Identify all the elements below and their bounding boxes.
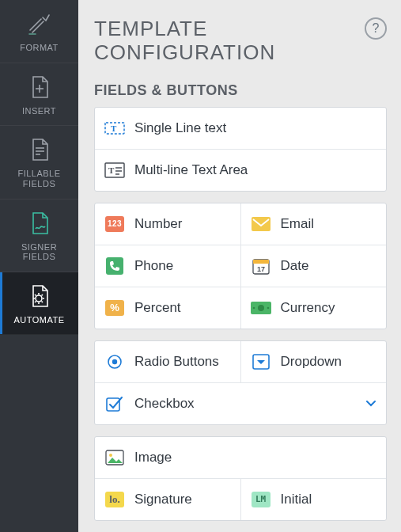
group-media-fields: Image lo. Signature LM Initial bbox=[94, 436, 387, 521]
field-label: Percent bbox=[134, 300, 181, 316]
svg-text:T: T bbox=[111, 124, 117, 133]
signature-icon: lo. bbox=[104, 491, 125, 508]
field-label: Currency bbox=[281, 300, 335, 316]
svg-point-28 bbox=[109, 454, 112, 457]
chevron-down-icon bbox=[365, 397, 376, 410]
field-label: Checkbox bbox=[134, 396, 195, 412]
svg-point-22 bbox=[267, 306, 269, 309]
sidebar-item-fillable-fields[interactable]: FILLABLE FIELDS bbox=[0, 126, 78, 199]
signer-fields-icon bbox=[25, 211, 54, 236]
phone-icon bbox=[104, 257, 125, 275]
number-icon: 123 bbox=[104, 215, 125, 233]
field-phone[interactable]: Phone bbox=[95, 245, 240, 287]
svg-rect-15 bbox=[106, 257, 123, 275]
initial-icon: LM bbox=[251, 491, 271, 508]
field-label: Initial bbox=[281, 492, 312, 507]
sidebar-item-label: SIGNER FIELDS bbox=[21, 242, 57, 262]
field-label: Single Line text bbox=[134, 120, 226, 136]
email-icon bbox=[251, 215, 271, 233]
help-button[interactable]: ? bbox=[365, 17, 387, 40]
field-label: Dropdown bbox=[281, 354, 342, 370]
svg-text:17: 17 bbox=[257, 265, 265, 273]
svg-text:T: T bbox=[108, 165, 115, 175]
panel-header: TEMPLATE CONFIGURATION ? bbox=[94, 17, 387, 65]
insert-icon bbox=[25, 74, 54, 100]
image-icon bbox=[104, 449, 125, 466]
section-title: FIELDS & BUTTONS bbox=[94, 82, 387, 99]
single-line-text-icon: T bbox=[104, 120, 125, 137]
field-currency[interactable]: Currency bbox=[240, 287, 387, 329]
field-label: Number bbox=[134, 216, 182, 232]
field-label: Phone bbox=[134, 258, 173, 274]
group-text-fields: T Single Line text T Multi-line Text Are… bbox=[94, 107, 387, 192]
svg-point-24 bbox=[112, 359, 117, 364]
field-dropdown[interactable]: Dropdown bbox=[240, 341, 387, 382]
svg-point-20 bbox=[258, 305, 264, 311]
sidebar-item-label: FORMAT bbox=[20, 43, 59, 53]
page-title: TEMPLATE CONFIGURATION bbox=[94, 17, 275, 65]
multi-line-text-icon: T bbox=[104, 162, 125, 179]
sidebar-item-automate[interactable]: AUTOMATE bbox=[0, 272, 78, 336]
field-label: Multi-line Text Area bbox=[134, 162, 248, 178]
sidebar-item-format[interactable]: FORMAT bbox=[0, 0, 78, 63]
group-data-fields: 123 Number Email Phone 17 Date bbox=[94, 203, 387, 329]
field-label: Image bbox=[134, 450, 172, 466]
sidebar-item-signer-fields[interactable]: SIGNER FIELDS bbox=[0, 200, 78, 272]
sidebar-item-insert[interactable]: INSERT bbox=[0, 63, 78, 127]
svg-point-21 bbox=[252, 306, 255, 309]
date-icon: 17 bbox=[251, 257, 271, 275]
field-number[interactable]: 123 Number bbox=[95, 203, 240, 245]
sidebar-item-label: AUTOMATE bbox=[13, 315, 64, 325]
percent-icon: % bbox=[104, 299, 125, 317]
svg-rect-26 bbox=[107, 398, 119, 411]
field-email[interactable]: Email bbox=[240, 203, 387, 245]
main-panel: TEMPLATE CONFIGURATION ? FIELDS & BUTTON… bbox=[78, 0, 401, 532]
svg-rect-14 bbox=[252, 217, 270, 231]
field-image[interactable]: Image bbox=[95, 437, 386, 478]
help-icon: ? bbox=[373, 21, 380, 36]
sidebar: FORMAT INSERT FILLABLE FIELDS SIGNER FIE… bbox=[0, 0, 78, 532]
group-choice-fields: Radio Buttons Dropdown Checkbox bbox=[94, 340, 387, 425]
field-label: Signature bbox=[134, 492, 192, 507]
field-checkbox[interactable]: Checkbox bbox=[95, 383, 386, 424]
automate-icon bbox=[25, 283, 54, 309]
field-radio-buttons[interactable]: Radio Buttons bbox=[95, 341, 240, 382]
sidebar-item-label: FILLABLE FIELDS bbox=[17, 169, 60, 188]
svg-point-6 bbox=[36, 295, 42, 302]
field-label: Email bbox=[281, 216, 315, 232]
field-single-line-text[interactable]: T Single Line text bbox=[95, 108, 386, 149]
field-date[interactable]: 17 Date bbox=[240, 245, 387, 287]
field-initial[interactable]: LM Initial bbox=[240, 479, 387, 520]
dropdown-icon bbox=[251, 353, 271, 370]
svg-rect-17 bbox=[253, 260, 269, 264]
sidebar-item-label: INSERT bbox=[22, 106, 56, 116]
field-multi-line-text[interactable]: T Multi-line Text Area bbox=[95, 150, 386, 191]
checkbox-icon bbox=[104, 395, 125, 412]
field-percent[interactable]: % Percent bbox=[95, 287, 240, 329]
fillable-fields-icon bbox=[25, 137, 54, 162]
field-signature[interactable]: lo. Signature bbox=[95, 479, 240, 520]
field-label: Radio Buttons bbox=[134, 354, 219, 370]
currency-icon bbox=[251, 299, 271, 317]
format-icon bbox=[25, 11, 54, 36]
radio-icon bbox=[104, 353, 125, 370]
field-label: Date bbox=[281, 258, 309, 274]
